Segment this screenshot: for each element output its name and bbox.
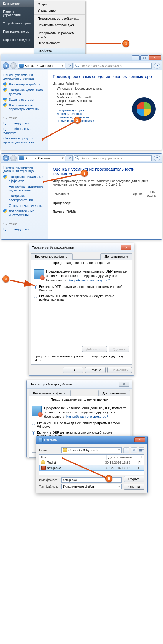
sidebar-system-protection[interactable]: Защита системы — [3, 98, 45, 102]
ctx-manage[interactable]: Управление — [34, 7, 85, 14]
radio-label: Включить DEP только для основных програм… — [37, 421, 127, 428]
shield-icon — [3, 103, 7, 108]
remove-button[interactable]: Удалить — [109, 346, 129, 352]
tab-dep[interactable]: Предотвращение выполнения данных — [29, 396, 130, 403]
col-date[interactable]: Дата изменения — [107, 455, 139, 460]
back-button[interactable]: ◄ — [3, 62, 9, 69]
sidebar-performance-tools[interactable]: Счетчики и средства производительности — [3, 136, 45, 145]
dep-how-link[interactable]: Как работает это средство? — [66, 415, 108, 418]
close-button[interactable]: ✕ — [121, 245, 131, 250]
up-one-level-button[interactable]: ⇧ — [123, 447, 129, 453]
separator — [34, 47, 85, 47]
breadcrumb[interactable]: Все ... — [25, 156, 34, 160]
apply-button[interactable]: Применить — [107, 367, 132, 373]
performance-options-dialog: Параметры быстродействия ✕ Визуальные эф… — [29, 243, 134, 376]
dialog-titlebar: Параметры быстродействия ✕ — [27, 380, 132, 389]
start-item-defaults[interactable]: Программы по ум — [0, 27, 34, 36]
sidebar-power[interactable]: Настройка электропитания — [9, 194, 45, 202]
refresh-button[interactable]: ↻ — [66, 63, 73, 69]
file-list[interactable]: Имя Дата изменения Т Redist30.12.2016 16… — [39, 454, 144, 475]
tab-dep[interactable]: Предотвращение выполнения данных — [31, 259, 132, 266]
sidebar-action-center[interactable]: Центр поддержки — [3, 227, 45, 232]
open-button[interactable]: Открыть — [124, 476, 144, 482]
forward-button[interactable]: ► — [10, 155, 17, 161]
close-button[interactable]: ✕ — [119, 382, 129, 387]
maximize-button[interactable]: ▢ — [140, 55, 148, 60]
shield-icon — [3, 175, 7, 179]
breadcrumb[interactable]: Все э... — [25, 64, 36, 67]
exe-icon — [41, 466, 46, 470]
titlebar: — ▢ ✕ — [1, 54, 162, 61]
col-name[interactable]: Имя — [39, 455, 107, 460]
view-menu-button[interactable]: ▦▾ — [139, 447, 144, 453]
close-button[interactable]: ✕ — [134, 437, 145, 442]
separator — [34, 29, 85, 29]
start-item-computer[interactable]: Компьютер — [0, 0, 34, 7]
minimize-button[interactable]: — — [132, 55, 140, 60]
look-in-combobox[interactable]: Cossacks 3 by xatab ▾ — [61, 447, 122, 453]
file-row[interactable]: Redist30.12.2016 16:59П — [39, 460, 144, 465]
ctx-properties[interactable]: Свойства — [34, 48, 85, 54]
dep-how-link[interactable]: Как работает это средство? — [69, 278, 110, 282]
refresh-button[interactable]: ↻ — [66, 155, 73, 161]
control-panel-icon — [19, 156, 24, 160]
file-name-input[interactable]: setup.exe — [61, 477, 122, 483]
file-row[interactable]: setup.exe30.12.2016 17:17П — [39, 465, 144, 471]
computer-context-menu: Открыть Управление Подключить сетевой ди… — [34, 1, 85, 55]
shield-icon — [3, 82, 7, 87]
search-placeholder: Поиск в панели управления — [81, 156, 122, 160]
sidebar-visual-effects[interactable]: Настройка визуальных эффектов — [3, 175, 45, 183]
ctx-show-on-desktop[interactable]: Отображать на рабочем столе — [34, 30, 85, 40]
sidebar-indexing[interactable]: Настройка параметров индексирования — [9, 185, 45, 193]
sidebar-action-center[interactable]: Центр поддержки — [3, 121, 45, 126]
close-button[interactable]: ✕ — [149, 55, 161, 60]
windows-logo-icon — [132, 97, 156, 121]
tab-advanced[interactable]: Дополнительно — [98, 390, 130, 396]
breadcrumb[interactable]: Система — [40, 64, 53, 67]
cancel-button[interactable]: Отмена — [124, 484, 144, 490]
tab-advanced[interactable]: Дополнительно — [100, 253, 132, 260]
col-score: Оценка — [127, 189, 143, 199]
col-type[interactable]: Т — [139, 455, 144, 460]
cancel-button[interactable]: Отмена — [85, 367, 106, 373]
start-item-control-panel[interactable]: Панель управления — [0, 7, 34, 19]
dep-option-essential[interactable]: Включить DEP только для основных програм… — [32, 421, 127, 428]
edition-label: Издание Windows — [53, 82, 157, 85]
sidebar-windows-update[interactable]: Центр обновления Windows — [3, 127, 45, 135]
help-button[interactable]: ? — [154, 155, 160, 161]
dep-option-all-except[interactable]: Включить DEP для всех программ и служб, … — [34, 294, 129, 301]
forward-button[interactable]: ► — [10, 62, 17, 69]
col-component: Компонент — [53, 189, 127, 199]
back-button[interactable]: ◄ — [3, 155, 9, 161]
sidebar-advanced-settings[interactable]: Дополнительные параметры системы — [3, 103, 45, 112]
search-input[interactable]: Поиск в панели управления — [74, 155, 152, 161]
file-type-combobox[interactable]: Исполняемые файлы ▾ — [61, 484, 122, 489]
tab-visual-effects[interactable]: Визуальные эффекты — [29, 390, 71, 396]
address-bar[interactable]: Все э... ▸ Система ▾ — [18, 63, 65, 69]
open-file-dialog: Открыть ✕ Папка: Cossacks 3 by xatab ▾ ⇧… — [36, 436, 148, 493]
ctx-rename[interactable]: Переименовать — [34, 40, 85, 46]
ctx-map-drive[interactable]: Подключить сетевой диск... — [34, 15, 85, 22]
chevron-right-icon: ▸ — [35, 156, 37, 160]
start-item-devices[interactable]: Устройства и прин — [0, 19, 34, 27]
badge-1: 1 — [122, 40, 129, 47]
tab-visual-effects[interactable]: Визуальные эффекты — [31, 253, 73, 260]
search-input[interactable]: Поиск в панели управления — [74, 63, 152, 69]
address-bar[interactable]: Все ... ▸ Счетчик... ▾ — [18, 155, 65, 161]
sidebar-device-manager[interactable]: Диспетчер устройств — [3, 82, 45, 87]
dialog-titlebar[interactable]: Открыть ✕ — [36, 436, 147, 444]
ctx-open[interactable]: Открыть — [34, 1, 85, 7]
sidebar-advanced-tools[interactable]: Дополнительные инструменты — [3, 209, 45, 217]
sidebar-remote-settings[interactable]: Настройка удаленного доступа — [3, 88, 45, 96]
ctx-unmap-drive[interactable]: Отключить сетевой диск... — [34, 22, 85, 28]
new-folder-button[interactable]: ✳ — [131, 447, 137, 453]
help-button[interactable]: ? — [154, 63, 160, 69]
file-list-header[interactable]: Имя Дата изменения Т — [39, 455, 144, 460]
start-item-help[interactable]: Справка и поддер — [0, 36, 34, 44]
sidebar-disk-cleanup[interactable]: Открыть очистку диска — [9, 204, 45, 208]
breadcrumb[interactable]: Счетчик... — [38, 156, 53, 160]
exclusion-listbox[interactable] — [34, 303, 129, 344]
ok-button[interactable]: ОК — [63, 367, 83, 373]
dep-option-essential[interactable]: Включить DEP только для основных програм… — [34, 285, 129, 292]
add-button[interactable]: Добавить... — [82, 346, 107, 352]
